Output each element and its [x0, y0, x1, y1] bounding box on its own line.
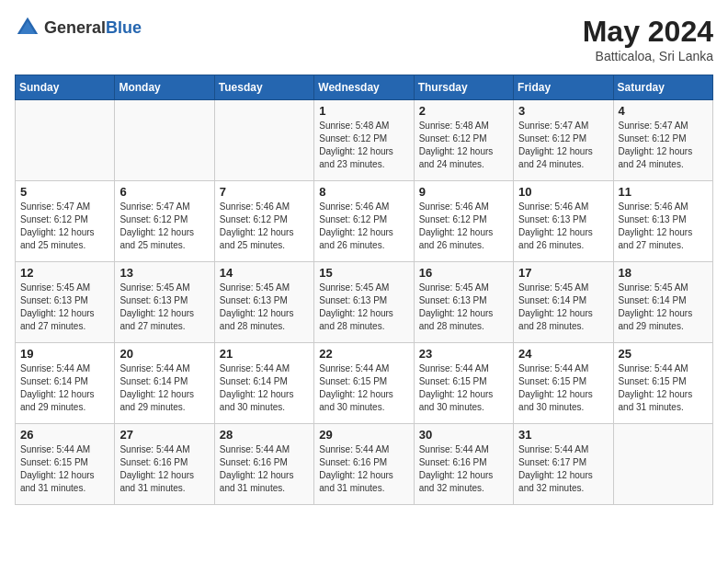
day-info: Sunrise: 5:44 AM Sunset: 6:15 PM Dayligh…: [20, 443, 109, 495]
calendar-cell: 29Sunrise: 5:44 AM Sunset: 6:16 PM Dayli…: [314, 424, 414, 505]
calendar-cell: 13Sunrise: 5:45 AM Sunset: 6:13 PM Dayli…: [115, 262, 214, 343]
calendar-cell: 17Sunrise: 5:45 AM Sunset: 6:14 PM Dayli…: [514, 262, 613, 343]
day-number: 6: [119, 185, 209, 199]
day-info: Sunrise: 5:46 AM Sunset: 6:13 PM Dayligh…: [619, 201, 708, 252]
calendar-cell: 28Sunrise: 5:44 AM Sunset: 6:16 PM Dayli…: [214, 424, 313, 505]
day-info: Sunrise: 5:44 AM Sunset: 6:16 PM Dayligh…: [220, 443, 309, 495]
day-number: 13: [119, 266, 209, 280]
day-info: Sunrise: 5:44 AM Sunset: 6:15 PM Dayligh…: [419, 362, 508, 414]
day-info: Sunrise: 5:46 AM Sunset: 6:12 PM Dayligh…: [419, 201, 508, 252]
day-number: 5: [20, 185, 109, 199]
calendar-cell: 5Sunrise: 5:47 AM Sunset: 6:12 PM Daylig…: [16, 181, 115, 262]
day-number: 21: [220, 347, 309, 361]
day-info: Sunrise: 5:44 AM Sunset: 6:15 PM Dayligh…: [319, 362, 408, 414]
day-number: 28: [220, 428, 309, 442]
day-info: Sunrise: 5:46 AM Sunset: 6:12 PM Dayligh…: [319, 201, 408, 252]
calendar-cell: [214, 100, 313, 181]
calendar-cell: 26Sunrise: 5:44 AM Sunset: 6:15 PM Dayli…: [16, 424, 115, 505]
calendar-cell: 18Sunrise: 5:45 AM Sunset: 6:14 PM Dayli…: [613, 262, 712, 343]
calendar-cell: 25Sunrise: 5:44 AM Sunset: 6:15 PM Dayli…: [613, 343, 712, 424]
calendar-row-3: 12Sunrise: 5:45 AM Sunset: 6:13 PM Dayli…: [16, 262, 713, 343]
day-number: 17: [518, 266, 608, 280]
day-number: 23: [419, 347, 508, 361]
weekday-header-sunday: Sunday: [16, 75, 115, 100]
day-number: 27: [119, 428, 209, 442]
day-info: Sunrise: 5:44 AM Sunset: 6:16 PM Dayligh…: [319, 443, 408, 495]
calendar-cell: 16Sunrise: 5:45 AM Sunset: 6:13 PM Dayli…: [414, 262, 513, 343]
logo-icon: [15, 15, 40, 40]
calendar-header: SundayMondayTuesdayWednesdayThursdayFrid…: [16, 75, 713, 100]
weekday-header-friday: Friday: [514, 75, 613, 100]
day-number: 3: [518, 104, 608, 118]
weekday-header-thursday: Thursday: [414, 75, 513, 100]
day-info: Sunrise: 5:45 AM Sunset: 6:13 PM Dayligh…: [419, 282, 508, 333]
calendar-cell: 14Sunrise: 5:45 AM Sunset: 6:13 PM Dayli…: [214, 262, 313, 343]
calendar-cell: 7Sunrise: 5:46 AM Sunset: 6:12 PM Daylig…: [214, 181, 313, 262]
day-info: Sunrise: 5:44 AM Sunset: 6:17 PM Dayligh…: [518, 443, 608, 495]
calendar-cell: 8Sunrise: 5:46 AM Sunset: 6:12 PM Daylig…: [314, 181, 414, 262]
calendar-cell: [613, 424, 712, 505]
weekday-header-monday: Monday: [115, 75, 214, 100]
calendar-cell: 20Sunrise: 5:44 AM Sunset: 6:14 PM Dayli…: [115, 343, 214, 424]
day-info: Sunrise: 5:45 AM Sunset: 6:13 PM Dayligh…: [319, 282, 408, 333]
day-number: 22: [319, 347, 408, 361]
logo-blue-text: Blue: [106, 18, 142, 37]
calendar-cell: 19Sunrise: 5:44 AM Sunset: 6:14 PM Dayli…: [16, 343, 115, 424]
day-info: Sunrise: 5:44 AM Sunset: 6:14 PM Dayligh…: [119, 362, 209, 414]
day-info: Sunrise: 5:47 AM Sunset: 6:12 PM Dayligh…: [119, 201, 209, 252]
calendar-cell: 1Sunrise: 5:48 AM Sunset: 6:12 PM Daylig…: [314, 100, 414, 181]
day-info: Sunrise: 5:44 AM Sunset: 6:15 PM Dayligh…: [619, 362, 708, 414]
day-number: 12: [20, 266, 109, 280]
calendar-cell: 12Sunrise: 5:45 AM Sunset: 6:13 PM Dayli…: [16, 262, 115, 343]
day-info: Sunrise: 5:44 AM Sunset: 6:16 PM Dayligh…: [119, 443, 209, 495]
calendar-cell: 24Sunrise: 5:44 AM Sunset: 6:15 PM Dayli…: [514, 343, 613, 424]
calendar-cell: 4Sunrise: 5:47 AM Sunset: 6:12 PM Daylig…: [613, 100, 712, 181]
day-number: 29: [319, 428, 408, 442]
day-number: 16: [419, 266, 508, 280]
day-number: 8: [319, 185, 408, 199]
calendar-body: 1Sunrise: 5:48 AM Sunset: 6:12 PM Daylig…: [16, 100, 713, 505]
day-info: Sunrise: 5:47 AM Sunset: 6:12 PM Dayligh…: [518, 120, 608, 171]
day-number: 1: [319, 104, 408, 118]
page-header: GeneralBlue May 2024 Batticaloa, Sri Lan…: [15, 15, 713, 63]
day-number: 2: [419, 104, 508, 118]
calendar-cell: 2Sunrise: 5:48 AM Sunset: 6:12 PM Daylig…: [414, 100, 513, 181]
day-number: 7: [220, 185, 309, 199]
day-info: Sunrise: 5:44 AM Sunset: 6:14 PM Dayligh…: [20, 362, 109, 414]
calendar-cell: [115, 100, 214, 181]
day-number: 25: [619, 347, 708, 361]
day-info: Sunrise: 5:45 AM Sunset: 6:14 PM Dayligh…: [619, 282, 708, 333]
day-info: Sunrise: 5:47 AM Sunset: 6:12 PM Dayligh…: [20, 201, 109, 252]
day-number: 19: [20, 347, 109, 361]
calendar-cell: 9Sunrise: 5:46 AM Sunset: 6:12 PM Daylig…: [414, 181, 513, 262]
calendar-cell: 11Sunrise: 5:46 AM Sunset: 6:13 PM Dayli…: [613, 181, 712, 262]
day-number: 31: [518, 428, 608, 442]
month-year-title: May 2024: [583, 15, 713, 49]
day-info: Sunrise: 5:47 AM Sunset: 6:12 PM Dayligh…: [619, 120, 708, 171]
day-number: 30: [419, 428, 508, 442]
day-number: 26: [20, 428, 109, 442]
day-info: Sunrise: 5:45 AM Sunset: 6:13 PM Dayligh…: [220, 282, 309, 333]
calendar-cell: [16, 100, 115, 181]
day-info: Sunrise: 5:48 AM Sunset: 6:12 PM Dayligh…: [419, 120, 508, 171]
day-number: 14: [220, 266, 309, 280]
day-number: 24: [518, 347, 608, 361]
weekday-header-wednesday: Wednesday: [314, 75, 414, 100]
day-info: Sunrise: 5:46 AM Sunset: 6:13 PM Dayligh…: [518, 201, 608, 252]
calendar-cell: 15Sunrise: 5:45 AM Sunset: 6:13 PM Dayli…: [314, 262, 414, 343]
day-number: 4: [619, 104, 708, 118]
calendar-cell: 21Sunrise: 5:44 AM Sunset: 6:14 PM Dayli…: [214, 343, 313, 424]
day-number: 20: [119, 347, 209, 361]
calendar-row-4: 19Sunrise: 5:44 AM Sunset: 6:14 PM Dayli…: [16, 343, 713, 424]
calendar-row-1: 1Sunrise: 5:48 AM Sunset: 6:12 PM Daylig…: [16, 100, 713, 181]
day-info: Sunrise: 5:45 AM Sunset: 6:14 PM Dayligh…: [518, 282, 608, 333]
logo: GeneralBlue: [15, 15, 142, 40]
calendar-cell: 31Sunrise: 5:44 AM Sunset: 6:17 PM Dayli…: [514, 424, 613, 505]
title-area: May 2024 Batticaloa, Sri Lanka: [583, 15, 713, 63]
day-number: 11: [619, 185, 708, 199]
day-info: Sunrise: 5:46 AM Sunset: 6:12 PM Dayligh…: [220, 201, 309, 252]
calendar-row-5: 26Sunrise: 5:44 AM Sunset: 6:15 PM Dayli…: [16, 424, 713, 505]
logo-general-text: General: [44, 18, 106, 37]
calendar-cell: 30Sunrise: 5:44 AM Sunset: 6:16 PM Dayli…: [414, 424, 513, 505]
weekday-header-saturday: Saturday: [613, 75, 712, 100]
